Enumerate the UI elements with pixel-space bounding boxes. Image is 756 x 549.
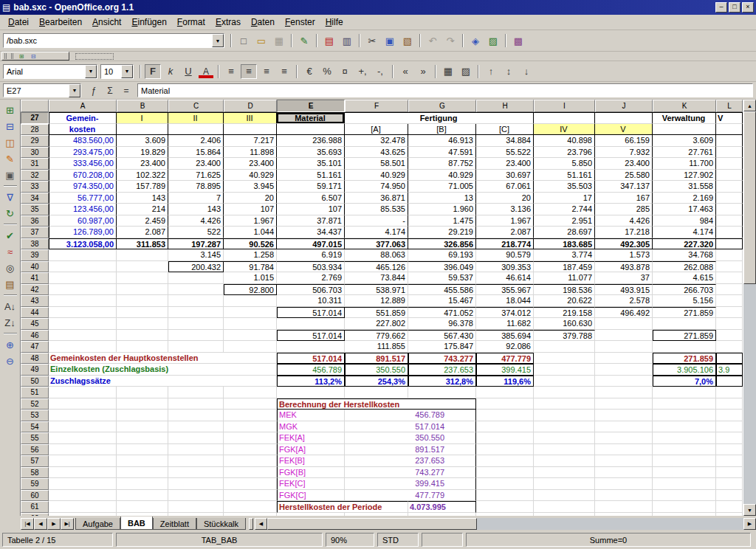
cell-I43[interactable]: 20.622	[534, 295, 595, 307]
cell-A60[interactable]	[49, 490, 117, 502]
cell-F51[interactable]	[345, 387, 408, 398]
cell-E56[interactable]: FGK[A]	[277, 444, 345, 456]
cell-F56[interactable]: 891.517	[345, 444, 476, 456]
cell-E46[interactable]: 517.014	[277, 330, 345, 342]
cell-K38[interactable]: 227.320	[653, 238, 716, 250]
cell-B53[interactable]	[117, 410, 168, 421]
cell-H33[interactable]: 67.061	[476, 181, 534, 193]
cell-L28[interactable]	[716, 124, 743, 136]
cell-J47[interactable]	[595, 341, 653, 353]
cell-H48[interactable]: 477.779	[476, 353, 534, 365]
cell-D34[interactable]: 20	[224, 193, 277, 204]
cell-G47[interactable]: 175.847	[408, 341, 476, 353]
cell-E41[interactable]: 2.769	[277, 272, 345, 284]
cell-A29[interactable]: 483.560,00	[49, 135, 117, 147]
floating-toolbar[interactable]: ⊞⊟	[1, 52, 69, 61]
cell-L35[interactable]	[716, 204, 743, 215]
decrease-indent-button[interactable]: «	[397, 64, 413, 79]
cell-C59[interactable]	[168, 478, 224, 490]
cell-B54[interactable]	[117, 421, 168, 433]
cell-L39[interactable]	[716, 249, 743, 261]
cell-C44[interactable]	[168, 307, 224, 319]
cell-J37[interactable]: 17.218	[595, 227, 653, 238]
cell-A54[interactable]	[49, 421, 117, 433]
cell-I45[interactable]: 160.630	[534, 318, 595, 330]
font-size-dropdown-arrow[interactable]: ▼	[121, 65, 133, 78]
cell-L56[interactable]	[716, 444, 743, 456]
insert-table-icon[interactable]: ⊞	[16, 52, 27, 60]
function-autopilot-button[interactable]: ƒ	[86, 83, 101, 97]
cell-J30[interactable]: 7.932	[595, 147, 653, 159]
column-header-G[interactable]: G	[408, 100, 476, 112]
cell-C45[interactable]	[168, 318, 224, 330]
cell-I31[interactable]: 5.850	[534, 158, 595, 170]
cell-E31[interactable]: 35.101	[277, 158, 345, 170]
cell-H36[interactable]: 1.967	[476, 215, 534, 227]
ungroup-icon[interactable]: ⊖	[1, 353, 19, 369]
cell-B32[interactable]: 102.322	[117, 170, 168, 182]
cell-B44[interactable]	[117, 307, 168, 319]
stylist-icon[interactable]: ▨	[485, 33, 501, 48]
vertical-scrollbar[interactable]: ▲ ▼	[743, 100, 756, 516]
row-header-39[interactable]: 39	[21, 249, 49, 261]
cell-D39[interactable]: 1.258	[224, 249, 277, 261]
cell-D42[interactable]: 92.800	[224, 284, 277, 296]
row-header-45[interactable]: 45	[21, 318, 49, 330]
cell-L58[interactable]	[716, 467, 743, 479]
cell-I47[interactable]	[534, 341, 595, 353]
cell-A58[interactable]	[49, 467, 117, 479]
cell-C55[interactable]	[168, 432, 224, 444]
row-header-42[interactable]: 42	[21, 284, 49, 296]
cell-H47[interactable]: 92.086	[476, 341, 534, 353]
cell-E44[interactable]: 517.014	[277, 307, 345, 319]
cell-A33[interactable]: 974.350,00	[49, 181, 117, 193]
cell-I30[interactable]: 23.796	[534, 147, 595, 159]
row-header-40[interactable]: 40	[21, 261, 49, 273]
cell-I53[interactable]	[534, 410, 595, 421]
cell-D45[interactable]	[224, 318, 277, 330]
cell-B58[interactable]	[117, 467, 168, 479]
cell-H29[interactable]: 34.884	[476, 135, 534, 147]
cell-J58[interactable]	[595, 467, 653, 479]
cell-C33[interactable]: 78.895	[168, 181, 224, 193]
cell-J42[interactable]: 493.915	[595, 284, 653, 296]
cell-L30[interactable]	[716, 147, 743, 159]
cell-C38[interactable]: 197.287	[168, 238, 224, 250]
cell-G51[interactable]	[408, 387, 476, 398]
scroll-down-button[interactable]: ▼	[743, 504, 756, 516]
cell-L41[interactable]	[716, 272, 743, 284]
row-header-53[interactable]: 53	[21, 410, 49, 421]
align-left-button[interactable]: ≡	[223, 64, 239, 79]
cell-K59[interactable]	[653, 478, 716, 490]
cell-E32[interactable]: 51.161	[277, 170, 345, 182]
last-sheet-button[interactable]: ▶|	[61, 518, 74, 530]
cell-B35[interactable]: 214	[117, 204, 168, 215]
menu-ansicht[interactable]: Ansicht	[87, 15, 126, 29]
cell-L37[interactable]	[716, 227, 743, 238]
cell-F48[interactable]: 891.517	[345, 353, 408, 365]
cell-D41[interactable]: 1.015	[224, 272, 277, 284]
cell-I56[interactable]	[534, 444, 595, 456]
sheet-tab-zeitblatt[interactable]: Zeitblatt	[153, 518, 196, 530]
cell-A47[interactable]	[49, 341, 117, 353]
cell-G43[interactable]: 15.467	[408, 295, 476, 307]
spellcheck-icon[interactable]: ✔	[1, 227, 19, 244]
cell-C41[interactable]	[168, 272, 224, 284]
cell-E50[interactable]: 113,2%	[277, 376, 345, 387]
navigator-icon[interactable]: ◈	[467, 33, 484, 48]
cell-D38[interactable]: 90.526	[224, 238, 277, 250]
cell-A32[interactable]: 670.208,00	[49, 170, 117, 182]
cell-H30[interactable]: 55.522	[476, 147, 534, 159]
scroll-left-button[interactable]: ◀	[255, 518, 267, 530]
menu-datei[interactable]: Datei	[3, 15, 34, 29]
cell-L34[interactable]	[716, 193, 743, 204]
cell-L46[interactable]	[716, 330, 743, 342]
cell-I57[interactable]	[534, 455, 595, 467]
cell-C53[interactable]	[168, 410, 224, 421]
row-header-59[interactable]: 59	[21, 478, 49, 490]
cell-D28[interactable]	[224, 124, 277, 136]
cell-L48[interactable]	[716, 353, 743, 365]
cell-K39[interactable]: 34.768	[653, 249, 716, 261]
cell-E61[interactable]: Herstellkosten der Periode	[277, 501, 408, 513]
sheet-tab-stückkalk[interactable]: Stückkalk	[196, 518, 246, 530]
